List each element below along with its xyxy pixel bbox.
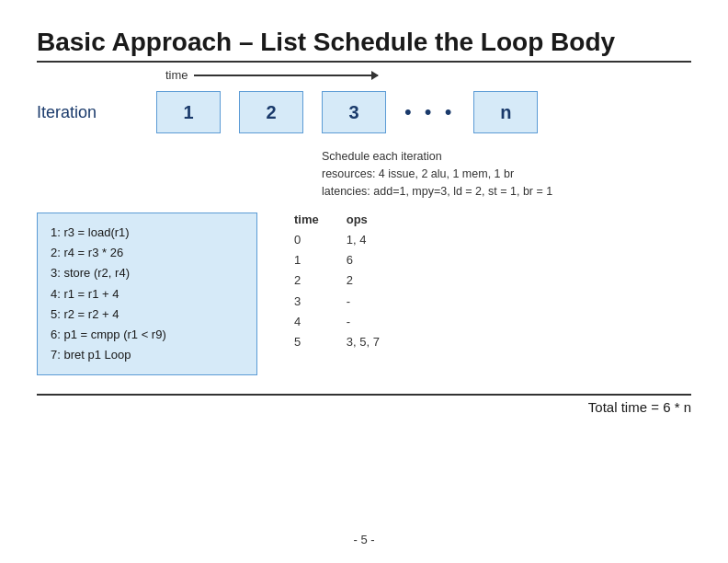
table-row-ops: 2 bbox=[347, 270, 380, 291]
table-row-time: 3 bbox=[294, 292, 319, 312]
ops-column: ops 1, 462--3, 5, 7 bbox=[347, 213, 380, 352]
code-line: 6: p1 = cmpp (r1 < r9) bbox=[51, 325, 244, 345]
time-arrow bbox=[194, 75, 378, 76]
schedule-line1: Schedule each iteration bbox=[322, 148, 691, 166]
total-time: Total time = 6 * n bbox=[37, 394, 691, 415]
table-row-time: 1 bbox=[294, 250, 319, 270]
iter-box-n: n bbox=[473, 91, 538, 133]
iter-box-1: 1 bbox=[156, 91, 221, 133]
ops-col-header: ops bbox=[347, 213, 380, 226]
code-line: 5: r2 = r2 + 4 bbox=[51, 304, 244, 325]
iter-box-2: 2 bbox=[239, 91, 303, 133]
code-line: 2: r4 = r3 * 26 bbox=[51, 243, 244, 263]
code-line: 4: r1 = r1 + 4 bbox=[51, 284, 244, 304]
code-line: 1: r3 = load(r1) bbox=[51, 223, 244, 243]
table-row-time: 0 bbox=[294, 230, 319, 250]
page-number: - 5 - bbox=[353, 533, 374, 546]
table-row-ops: - bbox=[347, 292, 380, 312]
table-row-ops: 6 bbox=[347, 250, 380, 270]
table-row-time: 4 bbox=[294, 312, 319, 332]
iter-box-3: 3 bbox=[322, 91, 386, 133]
schedule-line2: resources: 4 issue, 2 alu, 1 mem, 1 br bbox=[322, 166, 691, 183]
table-row-ops: 3, 5, 7 bbox=[347, 332, 380, 352]
iter-dots: • • • bbox=[404, 100, 455, 124]
time-col-header: time bbox=[294, 213, 319, 226]
slide-title: Basic Approach – List Schedule the Loop … bbox=[37, 28, 691, 63]
time-column: time 012345 bbox=[294, 213, 319, 352]
schedule-line3: latencies: add=1, mpy=3, ld = 2, st = 1,… bbox=[322, 183, 691, 201]
code-line: 3: store (r2, r4) bbox=[51, 263, 244, 283]
schedule-info: Schedule each iteration resources: 4 iss… bbox=[322, 148, 691, 200]
time-values: 012345 bbox=[294, 230, 319, 352]
table-section: time 012345 ops 1, 462--3, 5, 7 bbox=[294, 213, 380, 352]
iteration-label: Iteration bbox=[37, 103, 156, 122]
table-row-ops: - bbox=[347, 312, 380, 332]
code-line: 7: bret p1 Loop bbox=[51, 345, 244, 365]
table-row-time: 2 bbox=[294, 270, 319, 291]
ops-values: 1, 462--3, 5, 7 bbox=[347, 230, 380, 352]
iteration-row: Iteration 1 2 3 • • • n bbox=[37, 91, 691, 133]
table-row-time: 5 bbox=[294, 332, 319, 352]
slide: Basic Approach – List Schedule the Loop … bbox=[0, 0, 728, 563]
time-row: time bbox=[165, 68, 691, 82]
table-row-ops: 1, 4 bbox=[347, 230, 380, 250]
main-content: 1: r3 = load(r1)2: r4 = r3 * 263: store … bbox=[37, 213, 691, 375]
code-box: 1: r3 = load(r1)2: r4 = r3 * 263: store … bbox=[37, 213, 257, 375]
time-label: time bbox=[165, 68, 188, 82]
